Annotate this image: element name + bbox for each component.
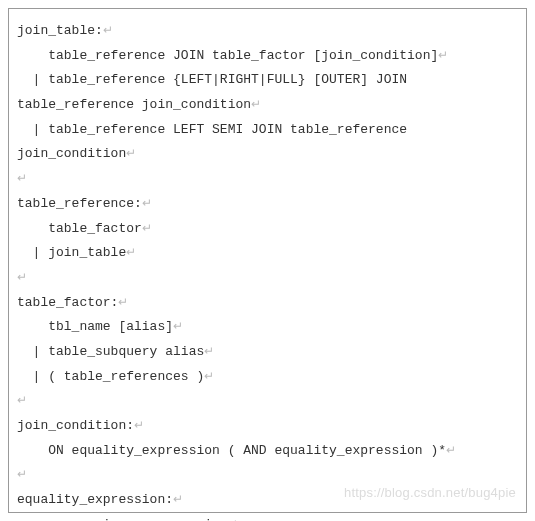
code-line: | table_reference {LEFT|RIGHT|FULL} [OUT… <box>17 68 518 93</box>
code-line: | table_reference LEFT SEMI JOIN table_r… <box>17 118 518 143</box>
code-text: ON equality_expression ( AND equality_ex… <box>17 443 446 458</box>
code-line: join_condition:↵ <box>17 414 518 439</box>
line-end-icon: ↵ <box>204 344 214 358</box>
line-end-icon: ↵ <box>126 245 136 259</box>
code-line: table_reference JOIN table_factor [join_… <box>17 44 518 69</box>
line-end-icon: ↵ <box>228 517 238 521</box>
code-block: join_table:↵ table_reference JOIN table_… <box>8 8 527 513</box>
code-line: | ( table_references )↵ <box>17 365 518 390</box>
code-line: join_condition↵ <box>17 142 518 167</box>
line-end-icon: ↵ <box>126 146 136 160</box>
code-text: table_factor: <box>17 295 118 310</box>
code-line: join_table:↵ <box>17 19 518 44</box>
code-text: equality_expression: <box>17 492 173 507</box>
code-line: table_reference join_condition↵ <box>17 93 518 118</box>
line-end-icon: ↵ <box>173 319 183 333</box>
line-end-icon: ↵ <box>446 443 456 457</box>
code-line: table_reference:↵ <box>17 192 518 217</box>
line-end-icon: ↵ <box>17 467 27 481</box>
code-line: | join_table↵ <box>17 241 518 266</box>
code-line: table_factor↵ <box>17 217 518 242</box>
code-text: | table_reference LEFT SEMI JOIN table_r… <box>17 122 407 137</box>
code-text: table_reference: <box>17 196 142 211</box>
line-end-icon: ↵ <box>17 171 27 185</box>
line-end-icon: ↵ <box>251 97 261 111</box>
code-line: ↵ <box>17 266 518 291</box>
line-end-icon: ↵ <box>103 23 113 37</box>
code-line: ↵ <box>17 389 518 414</box>
line-end-icon: ↵ <box>204 369 214 383</box>
line-end-icon: ↵ <box>142 221 152 235</box>
line-end-icon: ↵ <box>173 492 183 506</box>
code-line: equality_expression:↵ <box>17 488 518 513</box>
code-text: | table_reference {LEFT|RIGHT|FULL} [OUT… <box>17 72 407 87</box>
code-line: ↵ <box>17 167 518 192</box>
code-line: ON equality_expression ( AND equality_ex… <box>17 439 518 464</box>
code-line: | table_subquery alias↵ <box>17 340 518 365</box>
code-text: join_table: <box>17 23 103 38</box>
code-text: join_condition: <box>17 418 134 433</box>
code-text: expression = expression <box>17 517 228 521</box>
code-text: table_reference join_condition <box>17 97 251 112</box>
code-text: tbl_name [alias] <box>17 319 173 334</box>
line-end-icon: ↵ <box>17 393 27 407</box>
code-text: | join_table <box>17 245 126 260</box>
line-end-icon: ↵ <box>118 295 128 309</box>
line-end-icon: ↵ <box>142 196 152 210</box>
line-end-icon: ↵ <box>438 48 448 62</box>
code-line: expression = expression↵ <box>17 513 518 521</box>
code-text: table_reference JOIN table_factor [join_… <box>17 48 438 63</box>
code-text: | table_subquery alias <box>17 344 204 359</box>
code-text: join_condition <box>17 146 126 161</box>
line-end-icon: ↵ <box>134 418 144 432</box>
line-end-icon: ↵ <box>17 270 27 284</box>
code-text: | ( table_references ) <box>17 369 204 384</box>
code-line: table_factor:↵ <box>17 291 518 316</box>
code-line: tbl_name [alias]↵ <box>17 315 518 340</box>
code-line: ↵ <box>17 463 518 488</box>
code-text: table_factor <box>17 221 142 236</box>
